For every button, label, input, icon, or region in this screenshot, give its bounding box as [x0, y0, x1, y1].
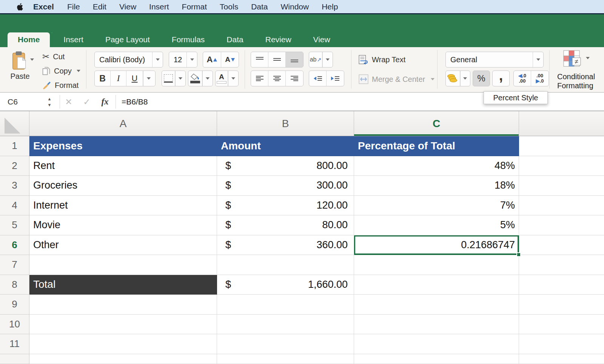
cell-d10[interactable] — [519, 315, 604, 335]
cell-c1[interactable]: Percentage of Total — [354, 136, 519, 156]
cell-b2[interactable]: $800.00 — [217, 156, 354, 176]
menu-edit[interactable]: Edit — [86, 2, 113, 11]
underline-button[interactable]: U — [126, 71, 143, 86]
cell-b6[interactable]: $360.00 — [217, 235, 354, 255]
font-color-caret[interactable] — [228, 71, 238, 86]
cell-d4[interactable] — [519, 196, 604, 216]
tab-view[interactable]: View — [305, 33, 339, 47]
align-center-button[interactable] — [268, 71, 286, 86]
orientation-button[interactable]: ab ↗ — [309, 52, 333, 68]
tab-formulas[interactable]: Formulas — [163, 33, 213, 47]
increase-decimal-button[interactable]: .00▶.0 — [531, 71, 549, 86]
cell-d3[interactable] — [519, 176, 604, 196]
row-header-8[interactable]: 8 — [0, 275, 29, 295]
cancel-entry-button[interactable]: ✕ — [60, 93, 77, 111]
row-header-5[interactable]: 5 — [0, 215, 29, 235]
cell-d6[interactable] — [519, 235, 604, 255]
cell-c2[interactable]: 48% — [354, 156, 519, 176]
cell-d2[interactable] — [519, 156, 604, 176]
row-header-11[interactable]: 11 — [0, 334, 29, 354]
cell-a7[interactable] — [29, 255, 217, 275]
cell-a2[interactable]: Rent — [29, 156, 217, 176]
cell-d12[interactable] — [519, 354, 604, 364]
underline-caret[interactable] — [143, 71, 154, 86]
number-format-caret[interactable] — [533, 52, 543, 67]
tab-review[interactable]: Review — [257, 33, 300, 47]
align-bottom-button[interactable] — [286, 52, 303, 67]
cell-d1[interactable] — [519, 136, 604, 156]
cell-a4[interactable]: Internet — [29, 196, 217, 216]
cell-c4[interactable]: 7% — [354, 196, 519, 216]
format-painter-button[interactable]: Format — [42, 80, 79, 91]
cell-d11[interactable] — [519, 334, 604, 354]
row-header-4[interactable]: 4 — [0, 196, 29, 216]
cell-a5[interactable]: Movie — [29, 215, 217, 235]
bold-button[interactable]: B — [95, 71, 111, 86]
formula-input[interactable]: =B6/B8 — [122, 93, 148, 111]
cell-a1[interactable]: Expenses — [29, 136, 217, 156]
row-header-3[interactable]: 3 — [0, 176, 29, 196]
font-size-caret[interactable] — [186, 52, 197, 67]
fill-handle[interactable] — [516, 252, 521, 257]
fill-color-caret[interactable] — [202, 71, 213, 86]
cell-c12[interactable] — [354, 354, 519, 364]
comma-style-button[interactable]: , — [492, 71, 510, 86]
cell-b12[interactable] — [217, 354, 354, 364]
cell-b1[interactable]: Amount — [217, 136, 354, 156]
row-header-9[interactable]: 9 — [0, 295, 29, 315]
menu-help[interactable]: Help — [315, 2, 344, 11]
column-header-c[interactable]: C — [354, 111, 519, 136]
cell-b10[interactable] — [217, 315, 354, 335]
menu-format[interactable]: Format — [176, 2, 214, 11]
cell-d5[interactable] — [519, 215, 604, 235]
name-box-spinner[interactable]: ▲ ▼ — [45, 94, 54, 109]
cell-c10[interactable] — [354, 315, 519, 335]
align-left-button[interactable] — [251, 71, 268, 86]
currency-style-button[interactable] — [445, 71, 470, 86]
merge-center-button[interactable]: Merge & Center — [359, 74, 435, 85]
align-middle-button[interactable] — [268, 52, 286, 67]
wrap-text-button[interactable]: Wrap Text — [359, 54, 405, 65]
percent-style-button[interactable]: % — [473, 71, 490, 86]
column-header-a[interactable]: A — [29, 111, 217, 136]
tab-insert[interactable]: Insert — [55, 33, 92, 47]
fill-color-button[interactable] — [188, 71, 213, 86]
cell-d9[interactable] — [519, 295, 604, 315]
menu-app-name[interactable]: Excel — [28, 2, 61, 11]
row-header-1[interactable]: 1 — [0, 136, 29, 156]
select-all-corner[interactable] — [0, 111, 29, 136]
cell-c9[interactable] — [354, 295, 519, 315]
row-header-2[interactable]: 2 — [0, 156, 29, 176]
insert-function-button[interactable]: fx — [97, 93, 113, 111]
number-format-select[interactable]: General — [445, 52, 544, 68]
row-header-10[interactable]: 10 — [0, 315, 29, 335]
cell-a9[interactable] — [29, 295, 217, 315]
apple-menu[interactable] — [11, 3, 28, 11]
cell-b11[interactable] — [217, 334, 354, 354]
currency-caret[interactable] — [460, 71, 470, 86]
decrease-decimal-button[interactable]: ◀.0.00 — [514, 71, 531, 86]
cell-a6[interactable]: Other — [29, 235, 217, 255]
font-family-caret[interactable] — [152, 52, 163, 67]
font-family-select[interactable]: Calibri (Body) — [94, 52, 163, 68]
increase-indent-button[interactable] — [327, 71, 344, 86]
cell-a8-total[interactable]: Total — [29, 275, 217, 295]
cell-d7[interactable] — [519, 255, 604, 275]
decrease-font-button[interactable]: A — [221, 52, 239, 67]
menu-view[interactable]: View — [113, 2, 143, 11]
conditional-formatting-button[interactable]: ≠ — [563, 50, 581, 68]
menu-data[interactable]: Data — [245, 2, 274, 11]
confirm-entry-button[interactable]: ✓ — [79, 93, 95, 111]
row-header-12[interactable] — [0, 354, 29, 364]
active-cell-c6[interactable]: 0.21686747 — [354, 235, 519, 255]
decrease-indent-button[interactable] — [309, 71, 327, 86]
cell-b3[interactable]: $300.00 — [217, 176, 354, 196]
cell-c8[interactable] — [354, 275, 519, 295]
menu-tools[interactable]: Tools — [213, 2, 245, 11]
cell-a10[interactable] — [29, 315, 217, 335]
name-box[interactable]: C6 — [0, 93, 42, 111]
tab-home[interactable]: Home — [8, 32, 50, 47]
tab-page-layout[interactable]: Page Layout — [97, 33, 158, 47]
paste-button[interactable]: Paste — [5, 51, 35, 88]
column-header-d[interactable] — [519, 111, 604, 136]
